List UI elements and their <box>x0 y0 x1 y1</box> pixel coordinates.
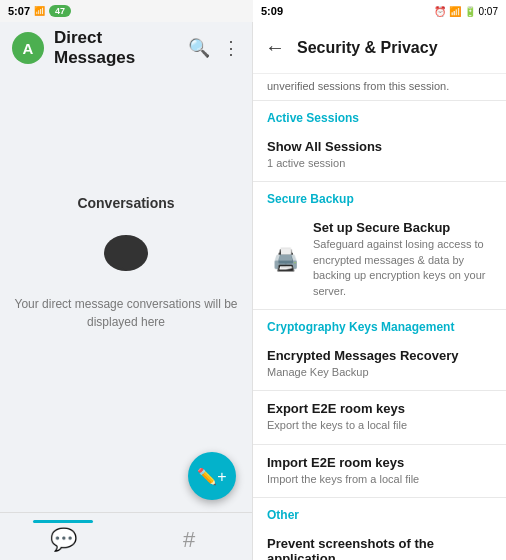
encrypted-recovery-subtitle: Manage Key Backup <box>267 365 492 380</box>
secure-backup-header: Secure Backup <box>253 182 506 210</box>
messages-nav-icon: 💬 <box>50 527 77 553</box>
chat-bubble-icon <box>98 227 154 283</box>
export-e2e-title: Export E2E room keys <box>267 401 492 416</box>
export-e2e-item[interactable]: Export E2E room keys Export the keys to … <box>253 391 506 443</box>
fab-area: ✏️+ <box>0 452 252 512</box>
right-panel: ← Security & Privacy unverified sessions… <box>253 22 506 560</box>
secure-backup-icon: 🖨️ <box>267 242 303 278</box>
rooms-nav-icon: # <box>183 527 195 553</box>
import-e2e-title: Import E2E room keys <box>267 455 492 470</box>
more-options-icon[interactable]: ⋮ <box>222 37 240 59</box>
secure-backup-content: Set up Secure Backup Safeguard against l… <box>313 220 492 299</box>
right-header: ← Security & Privacy <box>253 22 506 74</box>
show-all-sessions-subtitle: 1 active session <box>267 156 492 171</box>
back-button[interactable]: ← <box>265 36 285 59</box>
nav-item-messages[interactable]: 💬 <box>0 520 126 553</box>
secure-backup-subtitle: Safeguard against losing access to encry… <box>313 237 492 299</box>
conversations-label: Conversations <box>77 195 174 211</box>
new-message-fab[interactable]: ✏️+ <box>188 452 236 500</box>
right-panel-title: Security & Privacy <box>297 39 438 57</box>
secure-backup-title: Set up Secure Backup <box>313 220 492 235</box>
show-all-sessions-item[interactable]: Show All Sessions 1 active session <box>253 129 506 181</box>
alarm-icon: ⏰ <box>434 6 446 17</box>
crypto-keys-header: Cryptography Keys Management <box>253 310 506 338</box>
import-e2e-subtitle: Import the keys from a local file <box>267 472 492 487</box>
left-signal-icon: 📶 <box>34 6 45 16</box>
security-settings-content: unverified sessions from this session. A… <box>253 74 506 560</box>
active-sessions-header: Active Sessions <box>253 101 506 129</box>
nav-indicator <box>33 520 93 523</box>
left-status-bar: 5:07 📶 47 <box>0 0 253 22</box>
right-status-bar: 5:09 ⏰ 📶 🔋 0:07 <box>253 0 506 22</box>
prevent-screenshots-item[interactable]: Prevent screenshots of the application E… <box>253 526 506 560</box>
import-e2e-item[interactable]: Import E2E room keys Import the keys fro… <box>253 445 506 497</box>
section-note: unverified sessions from this session. <box>253 74 506 100</box>
header-icons: 🔍 ⋮ <box>188 37 240 59</box>
battery-percent: 0:07 <box>479 6 498 17</box>
conversations-empty-text: Your direct message conversations will b… <box>0 295 252 331</box>
secure-backup-item[interactable]: 🖨️ Set up Secure Backup Safeguard agains… <box>253 210 506 309</box>
encrypted-recovery-title: Encrypted Messages Recovery <box>267 348 492 363</box>
encrypted-recovery-item[interactable]: Encrypted Messages Recovery Manage Key B… <box>253 338 506 390</box>
svg-point-0 <box>104 235 148 271</box>
page-title: Direct Messages <box>54 28 188 68</box>
avatar[interactable]: A <box>12 32 44 64</box>
prevent-screenshots-title: Prevent screenshots of the application <box>267 536 448 560</box>
fab-icon: ✏️+ <box>197 467 226 486</box>
main-split: A Direct Messages 🔍 ⋮ Conversations Your… <box>0 22 506 560</box>
search-icon[interactable]: 🔍 <box>188 37 210 59</box>
conversations-area: Conversations Your direct message conver… <box>0 74 252 452</box>
left-header: A Direct Messages 🔍 ⋮ <box>0 22 252 74</box>
other-header: Other <box>253 498 506 526</box>
export-e2e-subtitle: Export the keys to a local file <box>267 418 492 433</box>
show-all-sessions-title: Show All Sessions <box>267 139 492 154</box>
right-time: 5:09 <box>261 5 283 17</box>
left-time: 5:07 <box>8 5 30 17</box>
status-bars: 5:07 📶 47 5:09 ⏰ 📶 🔋 0:07 <box>0 0 506 22</box>
bottom-nav: 💬 # <box>0 512 252 560</box>
battery-right-icon: 🔋 <box>464 6 476 17</box>
nav-item-rooms[interactable]: # <box>126 520 252 553</box>
left-battery-icon: 47 <box>49 5 71 17</box>
wifi-icon: 📶 <box>449 6 461 17</box>
left-panel: A Direct Messages 🔍 ⋮ Conversations Your… <box>0 22 253 560</box>
